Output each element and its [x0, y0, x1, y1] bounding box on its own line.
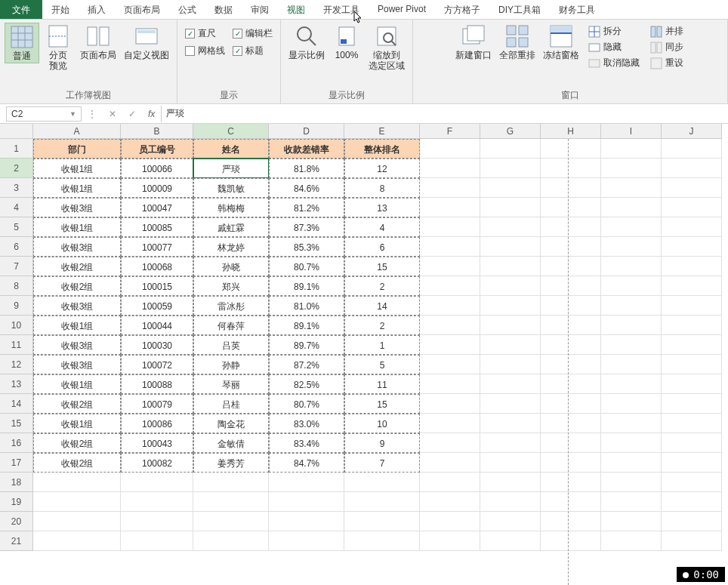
- cell[interactable]: 100068: [121, 257, 193, 276]
- cell[interactable]: [662, 237, 722, 257]
- cell[interactable]: [601, 453, 662, 473]
- cell[interactable]: [541, 453, 601, 473]
- cell[interactable]: [662, 178, 722, 198]
- cell[interactable]: [601, 276, 662, 296]
- tab-Power Pivot[interactable]: Power Pivot: [369, 0, 435, 19]
- cell[interactable]: 9: [344, 433, 420, 453]
- cell[interactable]: [420, 237, 480, 257]
- cell[interactable]: [420, 198, 480, 217]
- row-header[interactable]: 4: [0, 198, 33, 217]
- cell[interactable]: 84.7%: [269, 453, 344, 473]
- cell[interactable]: 89.1%: [269, 316, 344, 335]
- cell[interactable]: 100082: [121, 453, 193, 473]
- name-box[interactable]: C2▼: [6, 106, 82, 122]
- cell[interactable]: [480, 316, 541, 335]
- zoom-selection-button[interactable]: 缩放到 选定区域: [366, 23, 408, 72]
- cell[interactable]: [193, 492, 269, 512]
- cell[interactable]: 吕英: [193, 335, 269, 355]
- cell[interactable]: [121, 473, 193, 492]
- cell[interactable]: [541, 296, 601, 316]
- cell[interactable]: [541, 355, 601, 374]
- cell[interactable]: 100030: [121, 335, 193, 355]
- row-header[interactable]: 2: [0, 159, 33, 178]
- col-header[interactable]: H: [541, 124, 601, 139]
- cell[interactable]: [480, 355, 541, 374]
- cell[interactable]: 魏凯敏: [193, 178, 269, 198]
- gridlines-checkbox[interactable]: 网格线: [185, 45, 225, 57]
- cell[interactable]: 89.1%: [269, 276, 344, 296]
- col-header[interactable]: C: [193, 124, 269, 139]
- cell[interactable]: [541, 257, 601, 276]
- col-header[interactable]: B: [121, 124, 193, 139]
- cell[interactable]: [420, 257, 480, 276]
- cell[interactable]: [601, 237, 662, 257]
- tab-开发工具[interactable]: 开发工具: [314, 0, 369, 19]
- col-header[interactable]: E: [344, 124, 420, 139]
- cell[interactable]: [541, 414, 601, 433]
- sync-scroll-button[interactable]: 同步: [649, 40, 685, 54]
- tab-审阅[interactable]: 审阅: [242, 0, 278, 19]
- cell[interactable]: 2: [344, 276, 420, 296]
- cell[interactable]: 收银2组: [33, 257, 121, 276]
- zoom-button[interactable]: 显示比例: [285, 23, 328, 62]
- cell[interactable]: 100085: [121, 217, 193, 237]
- cell[interactable]: 1: [344, 335, 420, 355]
- cell[interactable]: 100086: [121, 414, 193, 433]
- cell[interactable]: [541, 473, 601, 492]
- row-header[interactable]: 12: [0, 355, 33, 374]
- cell[interactable]: [662, 296, 722, 316]
- row-header[interactable]: 10: [0, 316, 33, 335]
- cell[interactable]: [480, 139, 541, 159]
- cell[interactable]: [193, 473, 269, 492]
- cell[interactable]: [662, 335, 722, 355]
- page-break-preview-button[interactable]: 分页 预览: [41, 23, 76, 72]
- cell[interactable]: 100079: [121, 394, 193, 414]
- cell[interactable]: 整体排名: [344, 139, 420, 159]
- cell[interactable]: [480, 433, 541, 453]
- cell[interactable]: [269, 512, 344, 531]
- dropdown-icon[interactable]: ▼: [69, 110, 76, 118]
- cell[interactable]: 收银1组: [33, 159, 121, 178]
- cell[interactable]: 收银2组: [33, 433, 121, 453]
- tab-页面布局[interactable]: 页面布局: [115, 0, 169, 19]
- cell[interactable]: [420, 159, 480, 178]
- cell[interactable]: 84.6%: [269, 178, 344, 198]
- cell[interactable]: [420, 276, 480, 296]
- row-header[interactable]: 3: [0, 178, 33, 198]
- cell[interactable]: 收银2组: [33, 276, 121, 296]
- cell[interactable]: [420, 374, 480, 394]
- cell[interactable]: [480, 414, 541, 433]
- cell[interactable]: [480, 296, 541, 316]
- cell[interactable]: [662, 217, 722, 237]
- cell[interactable]: 部门: [33, 139, 121, 159]
- cell[interactable]: [662, 316, 722, 335]
- cell[interactable]: [420, 296, 480, 316]
- new-window-button[interactable]: 新建窗口: [452, 23, 495, 62]
- cell[interactable]: 严琰: [193, 159, 269, 178]
- cell[interactable]: [344, 531, 420, 551]
- cell[interactable]: 89.7%: [269, 335, 344, 355]
- cell[interactable]: [480, 276, 541, 296]
- cell[interactable]: 陶金花: [193, 414, 269, 433]
- unhide-button[interactable]: 取消隐藏: [587, 56, 641, 70]
- normal-view-button[interactable]: 普通: [5, 23, 39, 63]
- cell[interactable]: 收款差错率: [269, 139, 344, 159]
- cell[interactable]: 100044: [121, 316, 193, 335]
- select-all-corner[interactable]: [0, 124, 33, 139]
- headings-checkbox[interactable]: ✓标题: [233, 45, 273, 57]
- cell[interactable]: [601, 512, 662, 531]
- cell[interactable]: [344, 473, 420, 492]
- cell[interactable]: [662, 453, 722, 473]
- cell[interactable]: [601, 257, 662, 276]
- cell[interactable]: 韩梅梅: [193, 198, 269, 217]
- cell[interactable]: [601, 316, 662, 335]
- cell[interactable]: 10: [344, 414, 420, 433]
- row-header[interactable]: 8: [0, 276, 33, 296]
- row-header[interactable]: 21: [0, 531, 33, 551]
- formula-input[interactable]: 严琰: [161, 106, 728, 122]
- col-header[interactable]: D: [269, 124, 344, 139]
- cell[interactable]: [480, 159, 541, 178]
- tab-视图[interactable]: 视图: [278, 0, 314, 19]
- cell[interactable]: [480, 335, 541, 355]
- cell[interactable]: 81.8%: [269, 159, 344, 178]
